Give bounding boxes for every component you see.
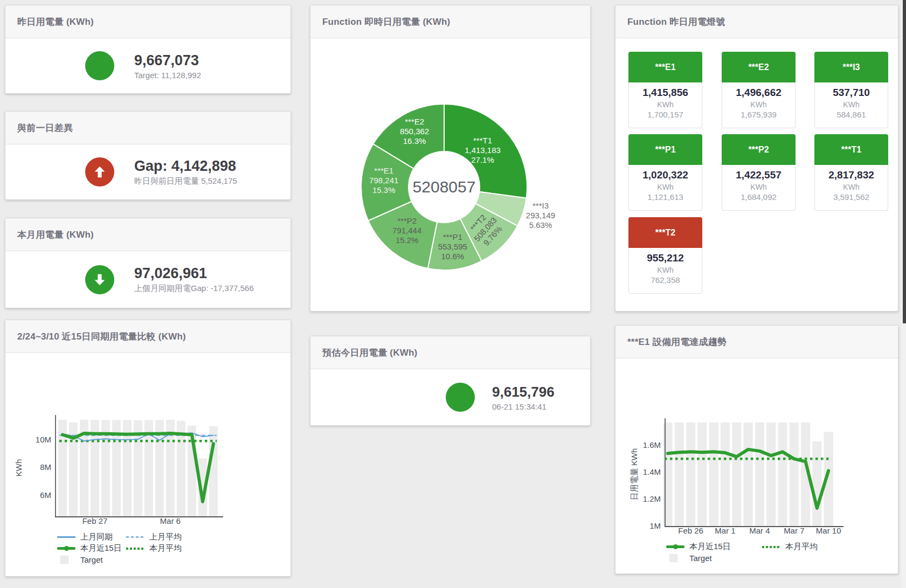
tile-target-value: 762,358 <box>629 275 702 285</box>
target-bar <box>790 423 799 526</box>
yesterday-value: 9,667,073 <box>134 52 201 69</box>
tile-unit: KWh <box>629 183 702 191</box>
tile-value: 955,212 <box>629 248 702 264</box>
target-bar <box>812 441 821 526</box>
dots-legend-marker-icon <box>126 548 144 550</box>
legend-item[interactable]: 上月同期 <box>57 532 126 542</box>
tile-target-value: 1,121,613 <box>629 192 702 202</box>
target-bar <box>675 423 684 526</box>
x-tick-label: Mar 6 <box>160 516 181 525</box>
legend-label: 本月平均 <box>785 542 818 552</box>
tile-body: 1,496,662KWh1,675,939 <box>722 82 796 128</box>
stat-body: 97,026,961 上個月同期用電Gap: -17,377,566 <box>5 251 291 308</box>
panel-header: 2/24~3/10 近15日同期用電量比較 (KWh) <box>5 320 291 353</box>
x-tick-label: Feb 27 <box>82 516 108 525</box>
y-axis-title: KWh <box>14 459 23 477</box>
y-tick-label: 1.6M <box>643 440 661 449</box>
tile-unit: KWh <box>629 100 702 109</box>
panel-yesterday-usage: 昨日用電量 (KWh) 9,667,073 Target: 11,128,992 <box>5 5 291 94</box>
tile-label: ***P2 <box>722 134 796 165</box>
target-bar <box>709 423 718 526</box>
panel-header: 預估今日用電量 (KWh) <box>310 336 590 369</box>
tile-unit: KWh <box>815 183 888 191</box>
tile-value: 1,422,557 <box>722 165 795 181</box>
stat-text: 97,026,961 上個月同期用電Gap: -17,377,566 <box>134 265 254 294</box>
tile-body: 2,817,832KWh3,591,562 <box>814 165 888 211</box>
target-bar <box>721 423 730 526</box>
red-up-arrow-icon <box>85 157 114 186</box>
panel-title: 與前一日差異 <box>17 122 73 134</box>
x-tick-label: Mar 1 <box>715 526 735 535</box>
panel-month-usage: 本月用電量 (KWh) 97,026,961 上個月同期用電Gap: -17,3… <box>5 218 291 308</box>
tile-body: 955,212KWh762,358 <box>628 248 702 294</box>
panel-header: Function 即時日用電量 (KWh) <box>310 5 590 38</box>
legend-item[interactable]: 本月平均 <box>126 543 182 554</box>
tile-target-value: 1,675,939 <box>722 110 795 119</box>
panel-title: Function 昨日用電燈號 <box>627 16 725 28</box>
panel-title: 昨日用電量 (KWh) <box>17 16 94 28</box>
light-tile: ***T12,817,832KWh3,591,562 <box>814 134 888 211</box>
legend-label: 上月平均 <box>149 532 182 542</box>
panel-estimate-today: 預估今日用電量 (KWh) 9,615,796 06-21 15:34:41 <box>310 336 591 426</box>
trend-legend: 本月近15日本月平均Target <box>666 541 818 564</box>
light-tile: ***P11,020,322KWh1,121,613 <box>628 134 702 211</box>
stat-text: 9,615,796 06-21 15:34:41 <box>492 384 555 411</box>
legend-item[interactable]: Target <box>57 555 126 564</box>
tile-value: 1,020,322 <box>629 165 702 181</box>
x-tick-label: Feb 26 <box>678 526 703 535</box>
target-bar <box>209 426 218 516</box>
legend-item[interactable]: 上月平均 <box>126 532 182 542</box>
scrollbar-thumb[interactable] <box>903 0 906 323</box>
panel-header: ***E1 設備用電達成趨勢 <box>615 326 898 358</box>
legend-item[interactable]: 本月平均 <box>762 542 818 552</box>
tile-value: 537,710 <box>815 82 888 99</box>
thick-legend-marker-icon <box>57 547 75 550</box>
estimate-timestamp: 06-21 15:34:41 <box>492 402 555 411</box>
y-tick-label: 10M <box>36 435 51 444</box>
legend-label: Target <box>689 554 712 563</box>
y-tick-label: 6M <box>40 490 51 500</box>
legend-label: Target <box>80 555 103 564</box>
panel-title: 預估今日用電量 (KWh) <box>322 347 417 359</box>
estimate-value: 9,615,796 <box>492 384 555 400</box>
day-gap-value: Gap: 4,142,898 <box>134 158 237 175</box>
dots-legend-marker-icon <box>762 546 780 548</box>
panel-trend-chart: ***E1 設備用電達成趨勢 1M1.2M1.4M1.6MFeb 26Mar 1… <box>615 325 898 574</box>
box-legend-marker-icon <box>666 554 684 562</box>
thick-legend-marker-icon <box>666 545 684 548</box>
month-value: 97,026,961 <box>134 265 254 282</box>
target-bar <box>755 423 764 526</box>
tile-label: ***E1 <box>628 52 702 82</box>
light-tile: ***I3537,710KWh584,861 <box>814 52 888 128</box>
legend-label: 本月近15日 <box>80 543 122 554</box>
panel-day-gap: 與前一日差異 Gap: 4,142,898 昨日與前日用電量 5,524,175 <box>5 111 291 200</box>
legend-item[interactable]: 本月近15日 <box>666 542 762 552</box>
tile-target-value: 584,861 <box>815 110 888 119</box>
yesterday-target: Target: 11,128,992 <box>134 71 201 80</box>
tile-label: ***P1 <box>628 134 702 165</box>
green-down-arrow-icon <box>85 265 114 294</box>
tile-value: 1,415,856 <box>629 82 702 99</box>
panel-header: 本月用電量 (KWh) <box>5 218 291 251</box>
target-bar <box>663 423 673 526</box>
tile-label: ***T2 <box>628 217 702 248</box>
panel-title: ***E1 設備用電達成趨勢 <box>627 336 727 348</box>
tile-body: 537,710KWh584,861 <box>814 82 888 128</box>
stat-text: 9,667,073 Target: 11,128,992 <box>134 52 201 80</box>
stat-body: 9,667,073 Target: 11,128,992 <box>5 38 291 93</box>
panel-header: Function 昨日用電燈號 <box>615 5 898 38</box>
y-tick-label: 8M <box>40 462 51 472</box>
panel-title: Function 即時日用電量 (KWh) <box>322 16 450 28</box>
legend-item[interactable]: Target <box>666 554 762 563</box>
legend-label: 本月近15日 <box>689 542 731 552</box>
panel-realtime-donut: Function 即時日用電量 (KWh) ***T11,413,18327.1… <box>310 5 591 312</box>
legend-label: 本月平均 <box>149 543 182 554</box>
light-tile: ***P21,422,557KWh1,684,092 <box>722 134 796 211</box>
light-tile: ***E21,496,662KWh1,675,939 <box>722 52 796 128</box>
legend-item[interactable]: 本月近15日 <box>57 543 126 554</box>
y-axis-title: 日用電量 KWh <box>630 448 639 501</box>
tile-target-value: 3,591,562 <box>815 192 888 202</box>
tile-label: ***E2 <box>722 52 796 82</box>
legend-label: 上月同期 <box>80 532 113 542</box>
target-bar <box>697 423 707 526</box>
